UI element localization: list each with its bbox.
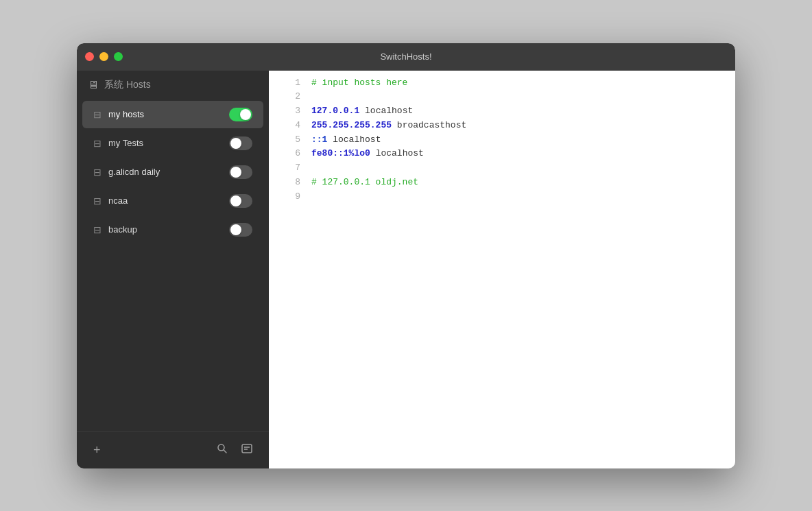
line-number-8: 8: [280, 176, 300, 190]
ip-255: 255.255.255.255: [311, 120, 392, 130]
toggle-knob-backup: [230, 224, 241, 235]
sidebar-item-label-ncaa: ncaa: [108, 195, 222, 206]
sidebar-item-label-my-tests: my Tests: [108, 138, 222, 148]
line-number-7: 7: [280, 161, 300, 176]
host-localhost-3: localhost: [365, 106, 413, 116]
sidebar-item-g-alicdn[interactable]: ⊟ g.alicdn daily: [82, 158, 263, 186]
line-3: 3 127.0.0.1 localhost: [269, 104, 735, 119]
editor-content: 1 # input hosts here 2 3 127.0.0.1 local…: [269, 71, 735, 468]
card-icon: [241, 443, 252, 454]
traffic-lights: [85, 52, 123, 61]
main-content: 🖥 系统 Hosts ⊟ my hosts ⊟ my Tests: [77, 71, 735, 468]
minimize-button[interactable]: [99, 52, 108, 61]
sidebar-section-header: 🖥 系统 Hosts: [77, 71, 269, 99]
sidebar-item-ncaa[interactable]: ⊟ ncaa: [82, 187, 263, 215]
sidebar-item-label-g-alicdn: g.alicdn daily: [108, 167, 222, 177]
line-4: 4 255.255.255.255 broadcasthost: [269, 119, 735, 133]
line-content-8: # 127.0.0.1 oldj.net: [311, 176, 724, 190]
add-hosts-button[interactable]: +: [88, 440, 106, 460]
toggle-ncaa[interactable]: [229, 194, 252, 208]
line-7: 7: [269, 161, 735, 176]
toggle-knob-g-alicdn: [230, 167, 241, 178]
titlebar: SwitchHosts!: [77, 43, 735, 71]
line-content-9: [311, 190, 724, 204]
host-broadcast: broadcasthost: [397, 120, 466, 130]
line-content-7: [311, 161, 724, 176]
sidebar-footer: +: [77, 431, 269, 468]
sidebar-item-label-my-hosts: my hosts: [108, 109, 222, 119]
toggle-knob-my-tests: [230, 138, 241, 149]
line-6: 6 fe80::1%lo0 localhost: [269, 147, 735, 161]
line-number-6: 6: [280, 147, 300, 161]
line-8: 8 # 127.0.0.1 oldj.net: [269, 176, 735, 190]
search-button[interactable]: [211, 440, 233, 460]
line-number-3: 3: [280, 104, 300, 119]
line-number-9: 9: [280, 190, 300, 204]
line-content-3: 127.0.0.1 localhost: [311, 104, 724, 119]
line-content-4: 255.255.255.255 broadcasthost: [311, 119, 724, 133]
info-button[interactable]: [236, 440, 258, 460]
line-content-5: ::1 localhost: [311, 133, 724, 147]
toggle-backup[interactable]: [229, 223, 252, 237]
line-number-4: 4: [280, 119, 300, 133]
line-number-1: 1: [280, 76, 300, 91]
svg-line-1: [224, 450, 226, 453]
search-icon: [217, 443, 228, 454]
ip-fe80: fe80::1%lo0: [311, 148, 370, 158]
sidebar-item-my-tests[interactable]: ⊟ my Tests: [82, 130, 263, 157]
line-9: 9: [269, 190, 735, 204]
line-5: 5 ::1 localhost: [269, 133, 735, 147]
toggle-my-tests[interactable]: [229, 136, 252, 150]
file-icon-g-alicdn: ⊟: [93, 167, 102, 178]
toggle-knob-ncaa: [230, 195, 241, 206]
sidebar-section-label: 系统 Hosts: [104, 79, 151, 91]
line-content-6: fe80::1%lo0 localhost: [311, 147, 724, 161]
editor-panel[interactable]: 1 # input hosts here 2 3 127.0.0.1 local…: [269, 71, 735, 468]
maximize-button[interactable]: [114, 52, 123, 61]
file-icon-ncaa: ⊟: [93, 195, 102, 206]
line-1: 1 # input hosts here: [269, 76, 735, 91]
host-localhost-6: localhost: [376, 148, 424, 158]
sidebar-items-list: ⊟ my hosts ⊟ my Tests ⊟ g.: [77, 99, 269, 431]
monitor-icon: 🖥: [88, 79, 99, 91]
line-2: 2: [269, 90, 735, 104]
line-number-2: 2: [280, 90, 300, 104]
ipv6-1: ::1: [311, 134, 327, 145]
file-icon-my-hosts: ⊟: [93, 109, 102, 120]
toggle-my-hosts[interactable]: [229, 108, 252, 121]
line-content-1: # input hosts here: [311, 76, 724, 91]
sidebar-item-backup[interactable]: ⊟ backup: [82, 216, 263, 243]
close-button[interactable]: [85, 52, 94, 61]
toggle-g-alicdn[interactable]: [229, 165, 252, 179]
file-icon-backup: ⊟: [93, 224, 102, 235]
sidebar: 🖥 系统 Hosts ⊟ my hosts ⊟ my Tests: [77, 71, 269, 468]
ip-127: 127.0.0.1: [311, 106, 359, 116]
line-content-2: [311, 90, 724, 104]
toggle-knob-my-hosts: [240, 109, 251, 120]
file-icon-my-tests: ⊟: [93, 138, 102, 149]
svg-rect-2: [242, 444, 252, 453]
sidebar-item-my-hosts[interactable]: ⊟ my hosts: [82, 101, 263, 128]
host-localhost-5: localhost: [333, 134, 381, 145]
app-window: SwitchHosts! 🖥 系统 Hosts ⊟ my hosts: [77, 43, 735, 468]
sidebar-item-label-backup: backup: [108, 224, 222, 235]
line-number-5: 5: [280, 133, 300, 147]
window-title: SwitchHosts!: [380, 51, 431, 62]
